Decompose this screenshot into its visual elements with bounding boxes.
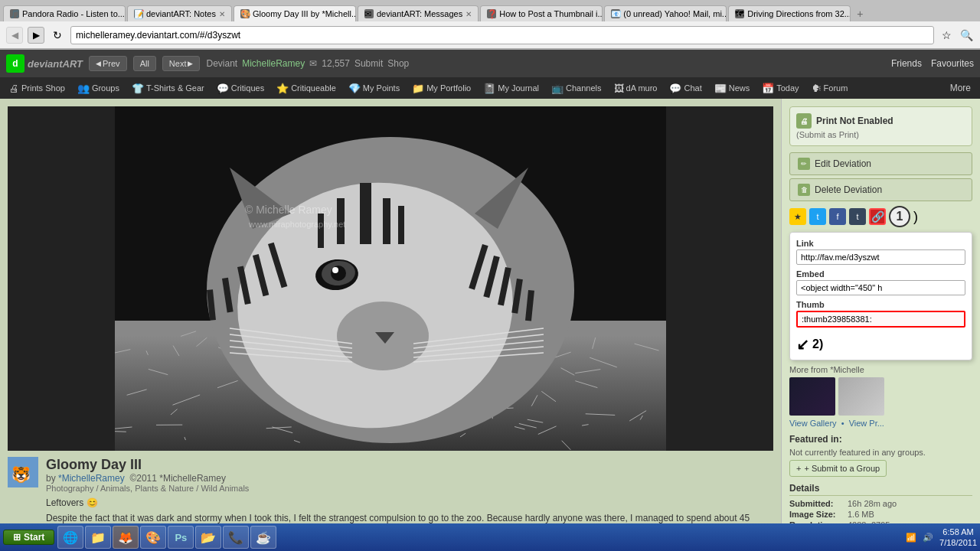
taskbar-app-photoshop[interactable]: Ps [168, 526, 194, 549]
tab-gloomy[interactable]: 🎨 Gloomy Day III by *Michell... ✕ [234, 5, 356, 21]
taskbar: ⊞ Start 🌐 📁 🦊 🎨 Ps 📂 📞 ☕ 📶 🔊 6:58 AM 7/1… [0, 523, 980, 551]
da-username[interactable]: MichelleRamey [242, 58, 305, 69]
nav-critiques[interactable]: 💬 Critiques [211, 77, 270, 99]
nav-more[interactable]: More [944, 83, 977, 93]
tab-close-notes[interactable]: ✕ [219, 10, 225, 18]
next-button[interactable]: Next ▶ [162, 56, 201, 71]
thumb-input[interactable] [796, 311, 965, 328]
nav-groups[interactable]: 👥 Groups [71, 77, 126, 99]
nav-my-points[interactable]: 💎 My Points [342, 77, 406, 99]
artwork-info: Gloomy Day III by *MichelleRamey ©2011 *… [8, 457, 773, 534]
artist-avatar [8, 457, 38, 487]
prev-button[interactable]: ◀ Prev [89, 56, 127, 71]
facebook-share-icon[interactable]: f [829, 208, 846, 225]
nav-portfolio[interactable]: 📁 My Portfolio [406, 77, 477, 99]
shop-button[interactable]: Shop [387, 58, 409, 69]
taskbar-app-folder[interactable]: 📂 [195, 526, 221, 549]
next-label: Next [169, 59, 187, 68]
link-input[interactable] [796, 249, 965, 265]
all-button[interactable]: All [133, 56, 156, 71]
tab-messages[interactable]: ✉ deviantART: Messages ✕ [358, 5, 479, 21]
taskbar-app-paint[interactable]: 🎨 [140, 526, 166, 549]
nav-news[interactable]: 📰 News [708, 77, 756, 99]
nav-critiques-label: Critiques [231, 83, 264, 93]
all-label: All [140, 59, 149, 68]
nav-chat[interactable]: 💬 Chat [663, 77, 707, 99]
nav-channels[interactable]: 📺 Channels [545, 77, 607, 99]
nav-tshirts[interactable]: 👕 T-Shirts & Gear [126, 77, 211, 99]
tab-close-messages[interactable]: ✕ [466, 10, 472, 18]
tab-yahoo[interactable]: 📧 (0 unread) Yahoo! Mail, mi... ✕ [604, 5, 727, 21]
back-button[interactable]: ◀ [6, 27, 23, 44]
news-icon: 📰 [714, 83, 727, 94]
tab-pandora[interactable]: 🎵 Pandora Radio - Listen to... ✕ [3, 5, 126, 21]
taskbar-app-ie[interactable]: 🌐 [57, 526, 83, 549]
print-icon: 🖨 [796, 113, 812, 129]
nav-forum[interactable]: 🗣 Forum [805, 77, 854, 99]
tumblr-share-icon[interactable]: t [849, 208, 866, 225]
view-gallery-link[interactable]: View Gallery [789, 419, 837, 428]
message-icon[interactable]: ✉ [309, 58, 317, 69]
taskbar-date: 7/18/2011 [939, 537, 977, 548]
nav-today[interactable]: 📅 Today [756, 77, 805, 99]
nav-journal[interactable]: 📓 My Journal [477, 77, 545, 99]
tiger-artwork [115, 106, 666, 451]
nav-damuro[interactable]: 🖼 dA muro [608, 77, 664, 99]
nav-prints-shop[interactable]: 🖨 Prints Shop [3, 77, 71, 99]
artist-link[interactable]: *MichelleRamey [58, 473, 125, 484]
damuro-icon: 🖼 [614, 83, 624, 94]
tab-favicon-pandora: 🎵 [10, 9, 19, 18]
edit-deviation-button[interactable]: ✏ Edit Deviation [789, 152, 972, 175]
embed-input[interactable] [796, 280, 965, 295]
star-icon[interactable]: ☆ [939, 28, 954, 43]
friends-link[interactable]: Friends [891, 58, 922, 69]
chat-icon: 💬 [669, 83, 681, 94]
taskbar-app-firefox[interactable]: 🦊 [113, 526, 139, 549]
main-content: Gloomy Day III by *MichelleRamey ©2011 *… [0, 99, 980, 551]
nav-critiqueable[interactable]: ⭐ Critiqueable [270, 77, 342, 99]
critiques-icon: 💬 [217, 83, 229, 94]
thumb-2[interactable] [838, 377, 884, 416]
prev-label: Prev [103, 59, 120, 68]
taskbar-app-java[interactable]: ☕ [250, 526, 276, 549]
start-label: Start [24, 532, 44, 543]
search-browser-icon[interactable]: 🔍 [959, 28, 974, 43]
submit-button[interactable]: Submit [354, 58, 383, 69]
view-profile-link[interactable]: View Pr... [849, 419, 884, 428]
tab-notes[interactable]: 📝 deviantART: Notes ✕ [127, 5, 232, 21]
forward-button[interactable]: ▶ [28, 27, 44, 44]
submit-group-label: + Submit to a Group [804, 464, 880, 473]
step2-badge: 2) [812, 337, 823, 351]
link-share-icon[interactable]: 🔗 [869, 208, 886, 225]
favourite-share-icon[interactable]: ★ [789, 208, 806, 225]
delete-deviation-button[interactable]: 🗑 Delete Deviation [789, 178, 972, 201]
tab-label-howto: How to Post a Thumbnail i... [499, 9, 603, 18]
favourites-link[interactable]: Favourites [931, 58, 974, 69]
tab-label-yahoo: (0 unread) Yahoo! Mail, mi... [623, 9, 727, 18]
view-links: View Gallery • View Pr... [789, 419, 972, 428]
taskbar-time: 6:58 AM 7/18/2011 [939, 527, 977, 549]
url-input[interactable] [70, 26, 934, 44]
sidebar: 🖨 Print Not Enabled (Submit as Print) ✏ … [781, 99, 980, 551]
tab-bar: 🎵 Pandora Radio - Listen to... ✕ 📝 devia… [0, 0, 980, 21]
submit-to-group-button[interactable]: + + Submit to a Group [789, 460, 887, 477]
taskbar-network-icon: 📶 [906, 533, 916, 543]
image-size-label: Image Size: [789, 510, 843, 519]
mypoints-icon: 💎 [348, 83, 361, 94]
nav-today-label: Today [776, 83, 799, 93]
thumb-1[interactable] [789, 377, 835, 416]
taskbar-app-skype[interactable]: 📞 [223, 526, 249, 549]
da-header: d deviantART ◀ Prev All Next ▶ Deviant M… [0, 50, 980, 77]
start-button[interactable]: ⊞ Start [3, 530, 54, 545]
tab-favicon-messages: ✉ [364, 9, 374, 18]
twitter-share-icon[interactable]: t [809, 208, 826, 225]
edit-deviation-label: Edit Deviation [815, 158, 871, 169]
tab-howto[interactable]: ❓ How to Post a Thumbnail i... ✕ [480, 5, 603, 21]
print-subtitle: (Submit as Print) [796, 130, 965, 139]
nav-portfolio-label: My Portfolio [426, 83, 471, 93]
tab-maps[interactable]: 🗺 Driving Directions from 32... ✕ [728, 5, 851, 21]
submitted-value: 16h 28m ago [848, 499, 897, 508]
taskbar-app-explorer[interactable]: 📁 [85, 526, 111, 549]
new-tab-button[interactable]: + [852, 6, 867, 21]
refresh-button[interactable]: ↻ [49, 27, 66, 44]
